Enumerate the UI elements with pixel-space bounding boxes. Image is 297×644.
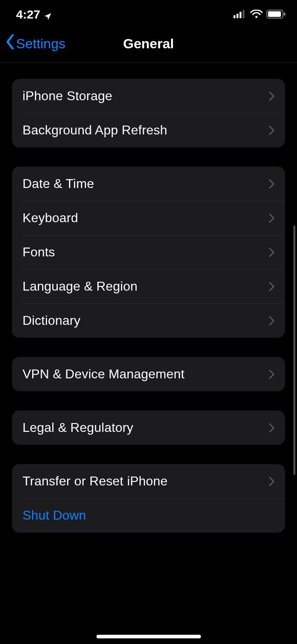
header-divider <box>0 62 297 63</box>
nav-header: Settings General <box>0 24 297 63</box>
svg-rect-6 <box>268 11 281 17</box>
settings-group: Date & Time Keyboard Fonts Language & Re… <box>12 167 285 338</box>
row-label: Transfer or Reset iPhone <box>23 474 168 489</box>
row-label: Keyboard <box>23 211 78 225</box>
status-time: 4:27 <box>16 8 40 21</box>
chevron-right-icon <box>269 477 274 486</box>
row-label: Shut Down <box>23 508 86 523</box>
chevron-right-icon <box>269 369 274 379</box>
scroll-indicator[interactable] <box>293 225 295 475</box>
chevron-right-icon <box>269 126 274 135</box>
back-label: Settings <box>16 36 66 52</box>
home-indicator[interactable] <box>96 635 201 638</box>
row-background-app-refresh[interactable]: Background App Refresh <box>12 113 285 147</box>
wifi-icon <box>250 8 262 21</box>
row-transfer-reset[interactable]: Transfer or Reset iPhone <box>12 464 285 498</box>
row-vpn-device-management[interactable]: VPN & Device Management <box>12 357 285 391</box>
svg-rect-3 <box>243 10 245 19</box>
battery-icon <box>266 8 286 21</box>
chevron-right-icon <box>269 213 274 223</box>
row-label: VPN & Device Management <box>23 367 184 382</box>
status-bar: 4:27 <box>0 0 297 24</box>
chevron-right-icon <box>269 282 274 291</box>
row-date-time[interactable]: Date & Time <box>12 167 285 201</box>
location-icon <box>43 10 52 19</box>
chevron-right-icon <box>269 316 274 326</box>
svg-rect-2 <box>240 12 242 18</box>
chevron-right-icon <box>269 248 274 257</box>
chevron-right-icon <box>269 91 274 101</box>
row-legal-regulatory[interactable]: Legal & Regulatory <box>12 411 285 445</box>
chevron-left-icon <box>5 34 15 53</box>
status-right <box>234 8 286 21</box>
row-shut-down[interactable]: Shut Down <box>12 498 285 533</box>
settings-content: iPhone Storage Background App Refresh Da… <box>0 79 297 533</box>
settings-group: Legal & Regulatory <box>12 411 285 445</box>
chevron-right-icon <box>269 179 274 189</box>
page-title: General <box>123 36 174 52</box>
chevron-right-icon <box>269 423 274 433</box>
svg-point-4 <box>255 16 257 18</box>
row-label: Dictionary <box>23 313 80 328</box>
status-left: 4:27 <box>16 8 52 21</box>
row-iphone-storage[interactable]: iPhone Storage <box>12 79 285 113</box>
settings-group: iPhone Storage Background App Refresh <box>12 79 285 147</box>
row-label: Legal & Regulatory <box>23 420 133 435</box>
row-label: Background App Refresh <box>23 123 167 138</box>
row-keyboard[interactable]: Keyboard <box>12 201 285 235</box>
settings-group: VPN & Device Management <box>12 357 285 391</box>
row-fonts[interactable]: Fonts <box>12 235 285 269</box>
row-label: Fonts <box>23 245 55 260</box>
row-dictionary[interactable]: Dictionary <box>12 303 285 338</box>
svg-rect-0 <box>234 15 236 19</box>
svg-rect-7 <box>284 12 285 16</box>
row-label: iPhone Storage <box>23 89 112 103</box>
back-button[interactable]: Settings <box>5 34 66 53</box>
svg-rect-1 <box>237 14 239 18</box>
settings-group: Transfer or Reset iPhone Shut Down <box>12 464 285 533</box>
row-language-region[interactable]: Language & Region <box>12 269 285 303</box>
cellular-icon <box>234 8 246 21</box>
row-label: Date & Time <box>23 176 94 191</box>
row-label: Language & Region <box>23 279 137 294</box>
